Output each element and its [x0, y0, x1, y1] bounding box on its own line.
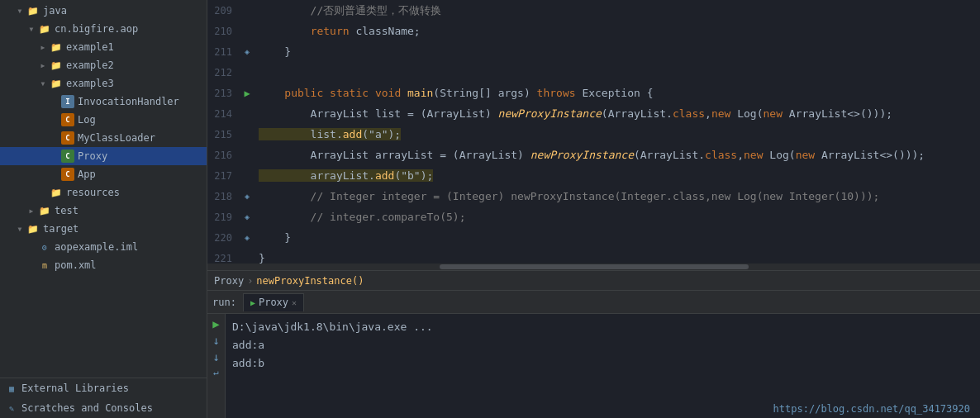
line-num-212: 212 [207, 67, 239, 78]
label-pom-xml: pom.xml [55, 259, 97, 271]
label-aopexample-iml: aopexample.iml [55, 241, 138, 253]
blog-url: https://blog.csdn.net/qq_34173920 [773, 403, 970, 415]
label-myclassloader: MyClassLoader [78, 132, 155, 144]
code-view: 209 //否则普通类型，不做转换 210 return className; … [207, 0, 980, 290]
code-content-215[interactable]: list.add("a"); [255, 128, 980, 140]
main-area: 📁 java 📁 cn.bigfire.aop 📁 example1 📁 exa… [0, 0, 980, 418]
tree-item-resources[interactable]: 📁 resources [0, 183, 207, 202]
kw-static: static [330, 87, 369, 99]
code-content-213[interactable]: public static void main(String[] args) t… [255, 87, 980, 99]
console-add-a-text: add:a [232, 339, 264, 351]
arrow-app [50, 169, 59, 179]
tree-item-proxy[interactable]: C Proxy [0, 147, 207, 165]
console-line-cmd: D:\java\jdk1.8\bin\java.exe ... [232, 317, 973, 335]
breadcrumb-method: newProxyInstance() [256, 275, 364, 287]
code-content-218[interactable]: // Integer integer = (Integer) newProxyI… [255, 190, 980, 202]
method-newproxy-214: newProxyInstance [498, 107, 602, 120]
comment-209: //否则普通类型，不做转换 [259, 4, 441, 17]
kw-new-216: new [744, 149, 763, 161]
xml-icon-pom: m [38, 259, 51, 272]
arrow-example3 [38, 78, 48, 88]
method-add-215: add [343, 128, 362, 140]
tree-item-pom-xml[interactable]: m pom.xml [0, 256, 207, 274]
tree-item-app[interactable]: C App [0, 165, 207, 183]
tree-item-cn-bigfire-aop[interactable]: 📁 cn.bigfire.aop [0, 20, 207, 38]
code-content-217[interactable]: arrayList.add("b"); [255, 169, 980, 182]
tree-item-test[interactable]: 📁 test [0, 202, 207, 220]
run-down2-button[interactable]: ↓ [212, 350, 219, 363]
bookmark-211: ◈ [245, 47, 250, 56]
code-content-211[interactable]: } [255, 45, 980, 58]
tree-item-java[interactable]: 📁 java [0, 2, 207, 20]
code-line-217: 217 arrayList.add("b"); [207, 165, 980, 186]
code-content-220[interactable]: } [255, 231, 980, 244]
line-num-221: 221 [207, 253, 239, 264]
label-java: java [43, 5, 67, 17]
run-console: ▶ ↓ ↓ ↵ D:\java\jdk1.8\bin\java.exe ... … [207, 314, 980, 418]
run-tab-bar: run: ▶ Proxy ✕ [207, 291, 980, 314]
line-num-219: 219 [207, 211, 239, 223]
tree-item-aopexample-iml[interactable]: ⚙ aopexample.iml [0, 238, 207, 256]
console-line-add-a: add:a [232, 335, 973, 354]
scrollbar-thumb [440, 264, 749, 269]
label-example1: example1 [66, 41, 114, 53]
line-num-218: 218 [207, 191, 239, 202]
line-num-209: 209 [207, 5, 239, 17]
code-line-214: 214 ArrayList list = (ArrayList) newProx… [207, 103, 980, 124]
tree-item-example3[interactable]: 📁 example3 [0, 74, 207, 93]
arrow-pom-xml [26, 260, 36, 270]
breadcrumb-bar: Proxy › newProxyInstance() [207, 270, 980, 290]
tree-item-target[interactable]: 📁 target [0, 220, 207, 238]
console-cmd-text: D:\java\jdk1.8\bin\java.exe ... [232, 321, 433, 333]
code-content-219[interactable]: // integer.compareTo(5); [255, 211, 980, 223]
code-content-210[interactable]: return className; [255, 25, 980, 37]
gutter-213: ▶ [239, 88, 255, 99]
highlight-217: arrayList.add("b"); [259, 169, 433, 182]
close-tab-icon[interactable]: ✕ [292, 298, 297, 307]
tree-item-log[interactable]: C Log [0, 111, 207, 129]
method-newproxy-216: newProxyInstance [530, 149, 634, 161]
arrow-example1 [38, 42, 48, 52]
arrow-target [15, 224, 25, 234]
sidebar: 📁 java 📁 cn.bigfire.aop 📁 example1 📁 exa… [0, 0, 207, 418]
run-label: run: [212, 297, 236, 308]
gutter-219: ◈ [239, 212, 255, 221]
horizontal-scrollbar[interactable] [207, 264, 980, 270]
code-line-218: 218 ◈ // Integer integer = (Integer) new… [207, 186, 980, 207]
lib-icon: ▦ [5, 382, 18, 395]
run-play-button[interactable]: ▶ [212, 317, 219, 330]
code-content-221[interactable]: } [255, 252, 980, 264]
tree-item-invocation-handler[interactable]: I InvocationHandler [0, 93, 207, 111]
sidebar-item-external-libs[interactable]: ▦ External Libraries [0, 378, 207, 398]
code-content-214[interactable]: ArrayList list = (ArrayList) newProxyIns… [255, 107, 980, 120]
sidebar-item-scratches[interactable]: ✎ Scratches and Consoles [0, 398, 207, 418]
run-tab-proxy[interactable]: ▶ Proxy ✕ [243, 293, 304, 311]
tree-item-example2[interactable]: 📁 example2 [0, 56, 207, 74]
line-num-210: 210 [207, 26, 239, 37]
label-external-libs: External Libraries [21, 382, 129, 394]
file-tree: 📁 java 📁 cn.bigfire.aop 📁 example1 📁 exa… [0, 0, 207, 378]
tree-item-myclassloader[interactable]: C MyClassLoader [0, 129, 207, 147]
folder-icon-java: 📁 [26, 4, 40, 17]
tree-item-example1[interactable]: 📁 example1 [0, 38, 207, 56]
sidebar-bottom: ▦ External Libraries ✎ Scratches and Con… [0, 378, 207, 418]
code-line-215: 215 list.add("a"); [207, 124, 980, 145]
arrow-myclassloader [50, 133, 59, 143]
code-content-216[interactable]: ArrayList arrayList = (ArrayList) newPro… [255, 149, 980, 161]
label-scratches: Scratches and Consoles [21, 402, 153, 414]
console-line-add-b: add:b [232, 354, 973, 372]
console-add-b-text: add:b [232, 357, 264, 369]
arrow-resources [38, 188, 48, 197]
label-invocation-handler: InvocationHandler [78, 96, 179, 107]
run-down-button[interactable]: ↓ [212, 334, 219, 347]
code-content-209[interactable]: //否则普通类型，不做转换 [255, 3, 980, 18]
gutter-211: ◈ [239, 47, 255, 56]
run-wrap-button[interactable]: ↵ [213, 367, 219, 378]
run-tab-label: Proxy [259, 297, 288, 308]
folder-icon-target: 📁 [26, 222, 40, 235]
kw-new2-216: new [796, 149, 815, 161]
code-line-213: 213 ▶ public static void main(String[] a… [207, 83, 980, 103]
code-line-211: 211 ◈ } [207, 41, 980, 62]
comment-218: // Integer integer = (Integer) newProxyI… [259, 190, 879, 202]
gutter-218: ◈ [239, 192, 255, 201]
